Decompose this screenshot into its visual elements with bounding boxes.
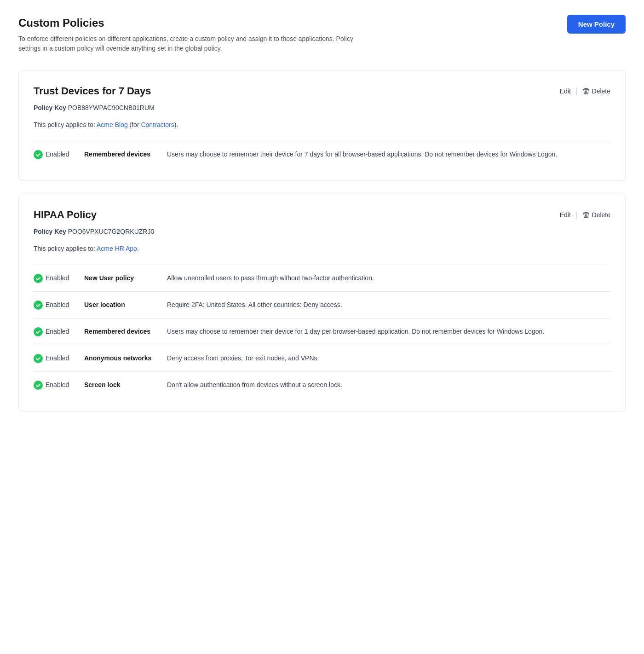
applies-to-link-0-1[interactable]: Acme HR App (97, 245, 137, 252)
setting-row-0-0: Enabled Remembered devices Users may cho… (34, 141, 610, 168)
applies-to-end-0: ). (174, 121, 178, 128)
policy-card-0: Trust Devices for 7 DaysEdit| DeletePoli… (18, 70, 626, 181)
enabled-icon-1-1 (34, 301, 43, 310)
enabled-icon-1-4 (34, 381, 43, 390)
policy-actions-0: Edit| Delete (560, 85, 610, 97)
setting-name-1-1: User location (84, 300, 167, 310)
setting-status-label-1-1: Enabled (46, 300, 69, 310)
policies-container: Trust Devices for 7 DaysEdit| DeletePoli… (18, 70, 626, 411)
enabled-icon-0-0 (34, 150, 43, 159)
policy-key-label-1: Policy Key (34, 228, 66, 235)
setting-row-1-0: Enabled New User policy Allow unenrolled… (34, 265, 610, 292)
enabled-icon-1-2 (34, 327, 43, 336)
delete-policy-button-1[interactable]: Delete (582, 211, 610, 219)
policy-key-row-1: Policy Key POO6VPXUC7G2QRKUZRJ0 (34, 227, 610, 237)
page-header: Custom Policies To enforce different pol… (18, 15, 626, 53)
applies-to-end-1: . (137, 245, 139, 252)
setting-name-1-2: Remembered devices (84, 327, 167, 336)
policy-settings-0: Enabled Remembered devices Users may cho… (34, 141, 610, 168)
setting-row-1-1: Enabled User location Require 2FA: Unite… (34, 292, 610, 318)
policy-key-value-0: POB88YWPAC90CNB01RUM (68, 104, 155, 111)
setting-row-1-2: Enabled Remembered devices Users may cho… (34, 318, 610, 345)
policy-title-0: Trust Devices for 7 Days (34, 83, 151, 98)
new-policy-button[interactable]: New Policy (567, 15, 626, 34)
action-divider-0: | (575, 85, 578, 97)
delete-label: Delete (592, 87, 610, 95)
setting-description-1-2: Users may choose to remember their devic… (167, 327, 610, 336)
policy-key-label-0: Policy Key (34, 104, 66, 111)
trash-icon (582, 211, 590, 219)
setting-name-1-0: New User policy (84, 273, 167, 283)
enabled-icon-1-3 (34, 354, 43, 363)
policy-settings-1: Enabled New User policy Allow unenrolled… (34, 265, 610, 398)
delete-label: Delete (592, 211, 610, 219)
policy-title-1: HIPAA Policy (34, 207, 97, 222)
applies-to-prefix-1: This policy applies to: (34, 245, 97, 252)
setting-description-0-0: Users may choose to remember their devic… (167, 150, 610, 159)
setting-status-label-1-2: Enabled (46, 327, 69, 336)
setting-status-label-1-0: Enabled (46, 273, 69, 283)
page-description: To enforce different policies on differe… (18, 34, 377, 53)
applies-to-for-0: (for (128, 121, 141, 128)
policy-key-row-0: Policy Key POB88YWPAC90CNB01RUM (34, 103, 610, 113)
policy-card-header-1: HIPAA PolicyEdit| Delete (34, 207, 610, 222)
edit-policy-button-1[interactable]: Edit (560, 211, 571, 219)
setting-status-label-0-0: Enabled (46, 150, 69, 159)
applies-to-link-1-0[interactable]: Contractors (141, 121, 174, 128)
delete-policy-button-0[interactable]: Delete (582, 87, 610, 95)
setting-name-1-4: Screen lock (84, 380, 167, 390)
policy-card-1: HIPAA PolicyEdit| DeletePolicy Key POO6V… (18, 194, 626, 411)
setting-status-0-0: Enabled (34, 150, 84, 159)
setting-status-1-1: Enabled (34, 300, 84, 310)
edit-policy-button-0[interactable]: Edit (560, 87, 571, 95)
setting-row-1-3: Enabled Anonymous networks Deny access f… (34, 345, 610, 372)
setting-status-1-4: Enabled (34, 380, 84, 390)
setting-status-label-1-3: Enabled (46, 353, 69, 363)
policy-applies-row-1: This policy applies to: Acme HR App. (34, 244, 610, 254)
setting-status-1-2: Enabled (34, 327, 84, 336)
setting-description-1-0: Allow unenrolled users to pass through w… (167, 273, 610, 283)
policy-applies-row-0: This policy applies to: Acme Blog (for C… (34, 120, 610, 130)
policy-key-value-1: POO6VPXUC7G2QRKUZRJ0 (68, 228, 155, 235)
setting-row-1-4: Enabled Screen lock Don't allow authenti… (34, 372, 610, 398)
setting-status-1-3: Enabled (34, 353, 84, 363)
applies-to-prefix-0: This policy applies to: (34, 121, 97, 128)
policy-actions-1: Edit| Delete (560, 208, 610, 221)
setting-status-1-0: Enabled (34, 273, 84, 283)
enabled-icon-1-0 (34, 274, 43, 283)
trash-icon (582, 87, 590, 95)
setting-description-1-1: Require 2FA: United States. All other co… (167, 300, 610, 310)
setting-description-1-3: Deny access from proxies, Tor exit nodes… (167, 353, 610, 363)
setting-name-0-0: Remembered devices (84, 150, 167, 159)
policy-card-header-0: Trust Devices for 7 DaysEdit| Delete (34, 83, 610, 98)
applies-to-link-0-0[interactable]: Acme Blog (97, 121, 128, 128)
setting-status-label-1-4: Enabled (46, 380, 69, 390)
page-header-text: Custom Policies To enforce different pol… (18, 15, 377, 53)
setting-name-1-3: Anonymous networks (84, 353, 167, 363)
setting-description-1-4: Don't allow authentication from devices … (167, 380, 610, 390)
action-divider-1: | (575, 208, 578, 221)
page-title: Custom Policies (18, 15, 377, 31)
